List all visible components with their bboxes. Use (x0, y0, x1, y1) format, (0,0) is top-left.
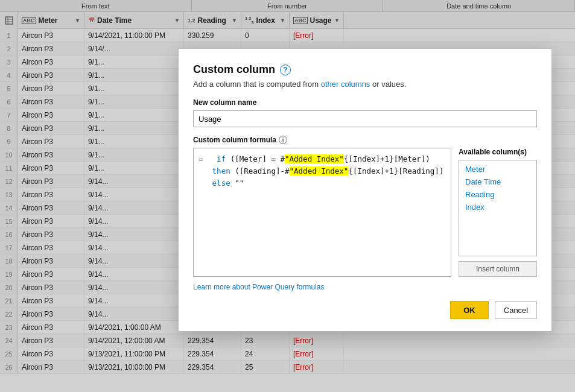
formula-editor[interactable]: = if ([Meter] = #"Added Index"{[Index]+1… (193, 148, 451, 277)
insert-col-button[interactable]: Insert column (459, 261, 537, 277)
col-name-input[interactable] (193, 110, 537, 127)
help-icon[interactable]: ? (280, 65, 291, 75)
available-col-label: Available column(s) (459, 148, 537, 156)
modal-buttons: OK Cancel (193, 301, 537, 319)
col-name-label: New column name (193, 98, 537, 107)
ok-button[interactable]: OK (450, 301, 489, 319)
available-col-datetime[interactable]: Date Time (459, 175, 536, 188)
modal-title: Custom column (193, 63, 275, 76)
formula-section: = if ([Meter] = #"Added Index"{[Index]+1… (193, 148, 537, 277)
available-columns-section: Available column(s) Meter Date Time Read… (459, 148, 537, 277)
learn-more-link[interactable]: Learn more about Power Query formulas (193, 283, 537, 291)
available-col-list: Meter Date Time Reading Index (459, 160, 537, 256)
formula-label-row: Custom column formula i (193, 136, 537, 144)
modal-subtitle: Add a column that is computed from other… (193, 80, 537, 89)
custom-column-modal: Custom column ? Add a column that is com… (178, 48, 552, 332)
cancel-button[interactable]: Cancel (495, 301, 537, 319)
available-col-reading[interactable]: Reading (459, 188, 536, 201)
modal-title-row: Custom column ? (193, 63, 537, 76)
available-col-index[interactable]: Index (459, 201, 536, 213)
formula-label: Custom column formula (193, 136, 276, 144)
available-col-meter[interactable]: Meter (459, 163, 536, 175)
formula-info-icon[interactable]: i (279, 136, 287, 144)
